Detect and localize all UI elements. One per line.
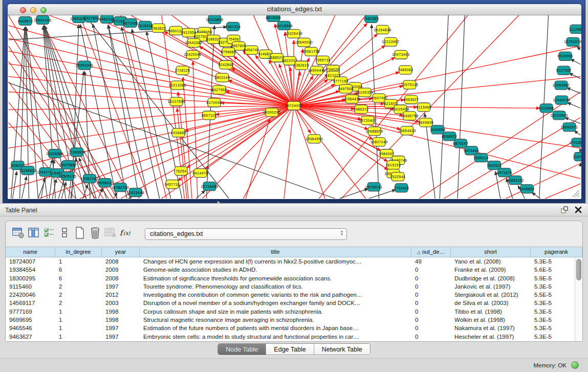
memory-status-indicator[interactable] bbox=[571, 361, 579, 369]
graph-node[interactable]: 19218596 bbox=[275, 21, 293, 30]
graph-node[interactable]: 19975887 bbox=[59, 161, 77, 169]
graph-node[interactable]: 12923448 bbox=[127, 188, 144, 197]
split-view-button[interactable] bbox=[57, 227, 72, 241]
graph-node[interactable]: 20691406 bbox=[34, 15, 51, 24]
table-row[interactable]: 969969511998Structural magnetic resonanc… bbox=[6, 316, 582, 324]
graph-node[interactable]: 1362615 bbox=[294, 61, 309, 70]
graph-node[interactable]: 19495758 bbox=[401, 112, 418, 120]
graph-node[interactable]: 19904446 bbox=[308, 66, 325, 75]
graph-node[interactable]: 16543382 bbox=[185, 38, 202, 47]
float-window-icon[interactable] bbox=[560, 206, 569, 216]
graph-node[interactable]: 16807249 bbox=[370, 138, 387, 146]
table-row[interactable]: 911546021997Tourette syndrome. Phenomeno… bbox=[6, 282, 582, 291]
graph-node[interactable]: 8667110 bbox=[202, 111, 216, 120]
column-header-in_degree[interactable]: in_degree bbox=[55, 247, 102, 257]
graph-node[interactable]: 2718120 bbox=[175, 66, 190, 75]
tab-network-table[interactable]: Network Table bbox=[314, 344, 370, 355]
graph-node[interactable]: 6497568 bbox=[338, 84, 354, 93]
graph-node[interactable]: 15720407 bbox=[359, 116, 376, 125]
table-row[interactable]: 1456911722003Disruption of a novel membe… bbox=[6, 299, 582, 307]
column-header-pagerank[interactable]: pagerank bbox=[531, 247, 582, 257]
graph-node[interactable]: 9115460 bbox=[417, 103, 431, 112]
graph-node[interactable]: 13325419 bbox=[285, 29, 302, 38]
graph-node[interactable]: 9405572 bbox=[18, 16, 33, 25]
graph-node[interactable]: 6914479 bbox=[193, 169, 208, 178]
graph-node[interactable]: 16245354 bbox=[356, 88, 374, 97]
graph-node[interactable]: 9984067 bbox=[379, 149, 395, 158]
graph-node[interactable]: 1167533 bbox=[573, 152, 581, 161]
graph-node[interactable]: 7857224 bbox=[225, 22, 241, 31]
graph-node[interactable]: 12444194 bbox=[553, 96, 570, 104]
graph-node[interactable]: 2087682 bbox=[364, 15, 379, 23]
graph-node[interactable]: 12213967 bbox=[382, 37, 399, 46]
graph-node[interactable]: 19384554 bbox=[306, 135, 323, 143]
graph-node[interactable]: 9115958 bbox=[539, 104, 554, 113]
graph-node[interactable]: 15692971 bbox=[560, 123, 578, 132]
column-visibility-button[interactable] bbox=[26, 227, 41, 241]
graph-node[interactable]: 20053346 bbox=[76, 61, 93, 70]
graph-node[interactable]: 9245652 bbox=[519, 185, 535, 193]
scrollbar-thumb[interactable] bbox=[576, 259, 581, 280]
graph-node[interactable]: 9242848 bbox=[218, 60, 233, 69]
table-row[interactable]: 1830029562008Estimation of significance … bbox=[6, 274, 582, 282]
graph-node[interactable]: 8938923 bbox=[442, 132, 457, 141]
column-header-out_de[interactable]: △out_de… bbox=[411, 247, 451, 257]
graph-node[interactable]: 12505135 bbox=[59, 172, 76, 181]
network-window-titlebar[interactable]: citations_edges.txt bbox=[8, 4, 581, 15]
graph-node[interactable]: 12213389 bbox=[169, 81, 186, 90]
graph-node[interactable]: 18107554 bbox=[168, 97, 185, 106]
graph-node[interactable]: 18640910 bbox=[295, 38, 313, 47]
graph-node[interactable]: 2803144 bbox=[214, 73, 230, 82]
column-header-title[interactable]: title bbox=[140, 247, 411, 257]
graph-node[interactable]: 22420046 bbox=[184, 50, 201, 59]
graph-node[interactable]: 9463627 bbox=[403, 95, 419, 104]
graph-node[interactable]: 1327602 bbox=[84, 15, 99, 22]
table-row[interactable]: 946554611997Estimation of the future num… bbox=[6, 324, 582, 332]
table-row[interactable]: 2242004622012Investigating the contribut… bbox=[6, 291, 582, 299]
graph-node[interactable]: 4671938 bbox=[123, 18, 138, 27]
graph-node[interactable]: 16154838 bbox=[374, 25, 391, 34]
graph-node[interactable]: 12093582 bbox=[552, 81, 570, 90]
column-header-short[interactable]: short bbox=[451, 247, 531, 257]
graph-node[interactable]: 8813054 bbox=[266, 15, 281, 21]
close-panel-icon[interactable] bbox=[575, 206, 582, 215]
graph-node[interactable]: 10973493 bbox=[392, 50, 409, 59]
graph-node[interactable]: 20206556 bbox=[46, 149, 63, 158]
graph-node[interactable]: 7986372 bbox=[354, 105, 369, 114]
graph-node[interactable]: 16033809 bbox=[206, 15, 223, 24]
tab-node-table[interactable]: Node Table bbox=[218, 344, 266, 355]
graph-node[interactable]: 17016514 bbox=[569, 138, 581, 147]
graph-node[interactable]: 7485083 bbox=[398, 65, 413, 74]
graph-node[interactable]: 1112953 bbox=[569, 25, 581, 33]
graph-node[interactable]: 76254 bbox=[175, 167, 187, 176]
graph-node[interactable]: 9529966 bbox=[558, 52, 573, 60]
graph-node[interactable]: 1916685 bbox=[171, 128, 186, 137]
graph-node[interactable]: 16138141 bbox=[365, 183, 382, 191]
graph-node[interactable]: 12975115 bbox=[401, 80, 419, 89]
graph-node[interactable]: 15716485 bbox=[201, 182, 218, 191]
graph-node[interactable]: 7955731 bbox=[315, 56, 331, 64]
graph-node[interactable]: 18300295 bbox=[263, 108, 280, 117]
table-row[interactable]: 1938455462009Genome-wide association stu… bbox=[6, 266, 582, 274]
graph-node[interactable]: 17359924 bbox=[68, 148, 85, 157]
graph-node[interactable]: 10654112 bbox=[507, 176, 524, 185]
graph-node[interactable]: 8756685 bbox=[221, 48, 236, 56]
table-row[interactable]: 1872400712008Changes of HCN gene express… bbox=[6, 257, 582, 266]
graph-node[interactable]: 11156829 bbox=[19, 166, 36, 175]
table-vertical-scrollbar[interactable] bbox=[575, 257, 582, 342]
graph-node[interactable]: 8170046 bbox=[206, 98, 222, 107]
graph-node[interactable]: 9699695 bbox=[418, 118, 433, 127]
graph-node[interactable]: 9457731 bbox=[165, 180, 180, 189]
column-header-year[interactable]: year bbox=[102, 247, 140, 257]
graph-node[interactable]: 8427552 bbox=[211, 85, 227, 94]
graph-node[interactable]: 1615152 bbox=[385, 161, 401, 169]
graph-node[interactable]: 7522544 bbox=[390, 172, 405, 181]
delete-column-button[interactable] bbox=[88, 227, 103, 241]
graph-node[interactable]: 8471676 bbox=[497, 168, 512, 177]
table-selector-dropdown[interactable]: citations_edges.txt▲▼ bbox=[145, 228, 347, 240]
graph-node[interactable]: 10688609 bbox=[365, 127, 383, 136]
tab-edge-table[interactable]: Edge Table bbox=[266, 344, 314, 355]
new-column-button[interactable] bbox=[72, 227, 88, 241]
column-header-name[interactable]: name bbox=[6, 247, 55, 257]
graph-node[interactable]: 15751074 bbox=[564, 37, 581, 46]
